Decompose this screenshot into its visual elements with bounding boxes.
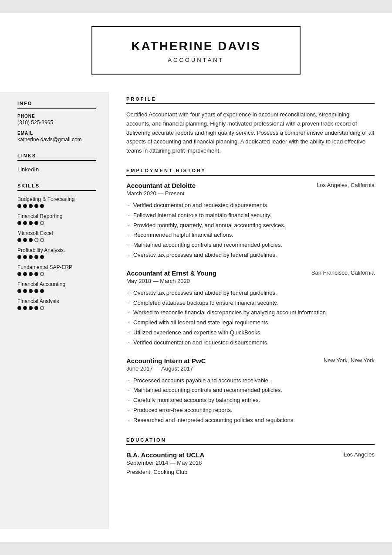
skill-dot-5-2 (29, 289, 33, 293)
skill-dot-0-2 (29, 204, 33, 208)
body-layout: INFO PHONE (310) 525-3965 EMAIL katherin… (0, 83, 392, 542)
job-bullet-1-1: Completed database backups to ensure fin… (126, 299, 375, 308)
job-dates-0: March 2020 — Present (126, 190, 375, 197)
job-bullet-1-5: Verified documentation and requested dis… (126, 338, 375, 347)
skill-dot-0-0 (17, 204, 21, 208)
job-header-0: Accountant at DeloitteLos Angeles, Calif… (126, 182, 375, 189)
skill-dot-3-0 (17, 255, 21, 259)
linkedin-link[interactable]: LinkedIn (17, 166, 96, 173)
skill-dot-2-2 (29, 238, 33, 242)
skill-dot-5-4 (40, 289, 44, 293)
education-section-title: EDUCATION (126, 437, 375, 445)
skill-dots-0 (17, 204, 96, 208)
jobs-list: Accountant at DeloitteLos Angeles, Calif… (126, 182, 375, 425)
job-bullet-2-0: Processed accounts payable and accounts … (126, 376, 375, 385)
job-entry-2: Accounting Intern at PwCNew York, New Yo… (126, 357, 375, 425)
skill-dot-3-3 (34, 255, 38, 259)
skill-name-1: Financial Reporting (17, 213, 96, 219)
job-bullet-1-3: Complied with all federal and state lega… (126, 318, 375, 327)
skill-dots-3 (17, 255, 96, 259)
skill-dots-1 (17, 221, 96, 225)
skill-name-0: Budgeting & Forecasting (17, 196, 96, 202)
skill-name-3: Profitability Analysis. (17, 247, 96, 253)
job-bullet-2-4: Researched and interpreted accounting po… (126, 416, 375, 425)
job-bullet-1-0: Oversaw tax processes and abided by fede… (126, 289, 375, 298)
skill-name-5: Financial Accounting (17, 281, 96, 287)
skill-dot-3-2 (29, 255, 33, 259)
job-header-2: Accounting Intern at PwCNew York, New Yo… (126, 357, 375, 364)
skill-dot-0-4 (40, 204, 44, 208)
info-section-title: INFO (17, 101, 96, 109)
skill-dot-4-1 (23, 272, 27, 276)
job-header-1: Accountant at Ernst & YoungSan Francisco… (126, 269, 375, 277)
job-title-2: Accounting Intern at PwC (126, 357, 206, 364)
job-title-0: Accountant at Deloitte (126, 182, 196, 189)
profile-section-title: PROFILE (126, 96, 375, 104)
education-list: B.A. Accounting at UCLALos AngelesSeptem… (126, 451, 375, 475)
education-section: EDUCATION B.A. Accounting at UCLALos Ang… (126, 437, 375, 475)
skill-dot-1-1 (23, 221, 27, 225)
skill-name-6: Financial Analysis (17, 298, 96, 304)
skill-dot-4-3 (34, 272, 38, 276)
skill-dot-1-3 (34, 221, 38, 225)
skill-dot-0-3 (34, 204, 38, 208)
job-bullet-0-5: Oversaw tax processes and abided by fede… (126, 251, 375, 260)
job-bullet-0-2: Provided monthly, quarterly, and annual … (126, 221, 375, 230)
skill-dot-4-2 (29, 272, 33, 276)
skill-dot-0-1 (23, 204, 27, 208)
job-location-2: New York, New York (324, 357, 375, 364)
skill-dot-6-1 (23, 306, 27, 310)
skills-section: SKILLS Budgeting & ForecastingFinancial … (17, 183, 96, 310)
job-bullet-1-4: Utilized experience and expertise with Q… (126, 328, 375, 337)
candidate-name: KATHERINE DAVIS (127, 39, 265, 53)
skill-name-4: Fundamental SAP-ERP (17, 264, 96, 270)
sidebar: INFO PHONE (310) 525-3965 EMAIL katherin… (0, 92, 109, 529)
job-title-1: Accountant at Ernst & Young (126, 269, 216, 277)
skill-dots-4 (17, 272, 96, 276)
skills-list: Budgeting & ForecastingFinancial Reporti… (17, 196, 96, 310)
job-entry-1: Accountant at Ernst & YoungSan Francisco… (126, 269, 375, 347)
skill-dot-4-4 (40, 272, 44, 276)
job-bullet-2-1: Maintained accounting controls and recom… (126, 386, 375, 395)
skill-dot-5-1 (23, 289, 27, 293)
job-bullets-1: Oversaw tax processes and abided by fede… (126, 289, 375, 347)
phone-label: PHONE (17, 114, 96, 119)
job-dates-1: May 2018 — March 2020 (126, 278, 375, 284)
profile-text: Certified Accountant with four years of … (126, 110, 375, 156)
skill-dot-1-0 (17, 221, 21, 225)
job-bullet-2-2: Carefully monitored accounts by balancin… (126, 396, 375, 405)
job-entry-0: Accountant at DeloitteLos Angeles, Calif… (126, 182, 375, 260)
header-box: KATHERINE DAVIS ACCOUNTANT (91, 26, 301, 75)
skill-dots-2 (17, 238, 96, 242)
email-value: katherine.davis@gmail.com (17, 136, 96, 143)
job-bullet-0-1: Followed internal controls to maintain f… (126, 211, 375, 220)
skill-dot-6-4 (40, 306, 44, 310)
employment-section-title: EMPLOYMENT HISTORY (126, 168, 375, 176)
skill-dot-6-2 (29, 306, 33, 310)
skill-dot-2-4 (40, 238, 44, 242)
edu-title-0: B.A. Accounting at UCLA (126, 451, 204, 459)
edu-dates-0: September 2014 — May 2018 (126, 460, 375, 466)
phone-value: (310) 525-3965 (17, 119, 96, 126)
job-bullet-1-2: Worked to reconcile financial discrepanc… (126, 308, 375, 317)
skill-name-2: Microsoft Excel (17, 230, 96, 236)
info-section: INFO PHONE (310) 525-3965 EMAIL katherin… (17, 101, 96, 143)
skill-dot-1-4 (40, 221, 44, 225)
skill-dot-3-4 (40, 255, 44, 259)
candidate-title: ACCOUNTANT (127, 57, 265, 63)
job-bullets-2: Processed accounts payable and accounts … (126, 376, 375, 425)
job-dates-2: June 2017 — August 2017 (126, 365, 375, 372)
job-bullets-0: Verified documentation and requested dis… (126, 201, 375, 260)
skill-dot-1-2 (29, 221, 33, 225)
job-bullet-2-3: Produced error-free accounting reports. (126, 406, 375, 415)
links-section: LINKS LinkedIn (17, 153, 96, 173)
skill-dot-3-1 (23, 255, 27, 259)
resume-header: KATHERINE DAVIS ACCOUNTANT (0, 13, 392, 83)
skill-dot-5-3 (34, 289, 38, 293)
edu-location-0: Los Angeles (344, 451, 375, 458)
edu-extra-0: President, Cooking Club (126, 469, 375, 475)
job-location-0: Los Angeles, California (317, 182, 375, 188)
edu-header-0: B.A. Accounting at UCLALos Angeles (126, 451, 375, 459)
skill-dots-6 (17, 306, 96, 310)
links-section-title: LINKS (17, 153, 96, 161)
